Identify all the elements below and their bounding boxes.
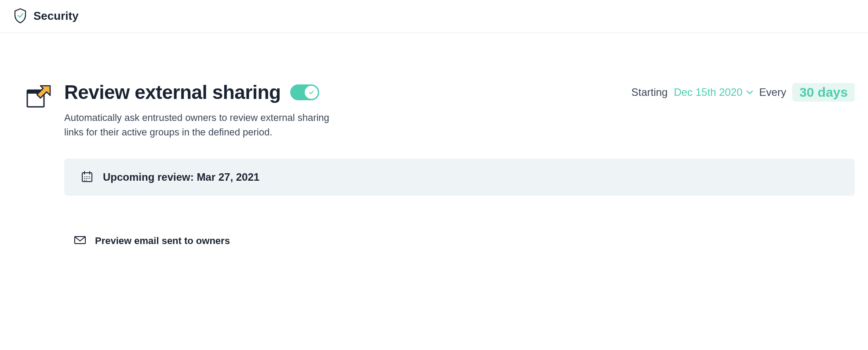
shield-check-icon xyxy=(13,8,27,24)
every-label: Every xyxy=(759,86,786,98)
svg-point-13 xyxy=(89,178,90,179)
calendar-icon xyxy=(81,170,93,184)
svg-point-12 xyxy=(88,178,88,179)
external-share-icon xyxy=(26,84,51,109)
page-header: Security xyxy=(0,0,868,33)
mail-icon xyxy=(74,236,86,246)
svg-point-10 xyxy=(84,178,85,179)
svg-rect-3 xyxy=(82,173,92,182)
schedule-controls: Starting Dec 15th 2020 Every 30 days xyxy=(631,83,855,102)
svg-point-11 xyxy=(86,178,87,179)
upcoming-review-banner: Upcoming review: Mar 27, 2021 xyxy=(64,159,855,196)
svg-point-8 xyxy=(88,176,88,177)
starting-date-value: Dec 15th 2020 xyxy=(674,86,742,98)
preview-email-link[interactable]: Preview email sent to owners xyxy=(74,235,230,247)
svg-point-6 xyxy=(84,176,85,177)
feature-toggle[interactable] xyxy=(290,84,319,100)
feature-title: Review external sharing xyxy=(64,81,281,103)
page-title: Security xyxy=(33,9,79,23)
toggle-knob xyxy=(305,86,318,99)
svg-point-14 xyxy=(84,180,85,181)
every-value-input[interactable]: 30 days xyxy=(792,83,855,102)
svg-point-7 xyxy=(86,176,87,177)
feature-description: Automatically ask entrusted owners to re… xyxy=(64,110,337,139)
content-area: Review external sharing Starting Dec 15t… xyxy=(0,33,868,260)
chevron-down-icon xyxy=(746,90,753,95)
upcoming-review-text: Upcoming review: Mar 27, 2021 xyxy=(103,171,259,183)
starting-date-picker[interactable]: Dec 15th 2020 xyxy=(674,86,753,98)
svg-point-15 xyxy=(86,180,87,181)
starting-label: Starting xyxy=(631,86,668,98)
preview-email-text: Preview email sent to owners xyxy=(95,235,230,247)
svg-point-9 xyxy=(89,176,90,177)
